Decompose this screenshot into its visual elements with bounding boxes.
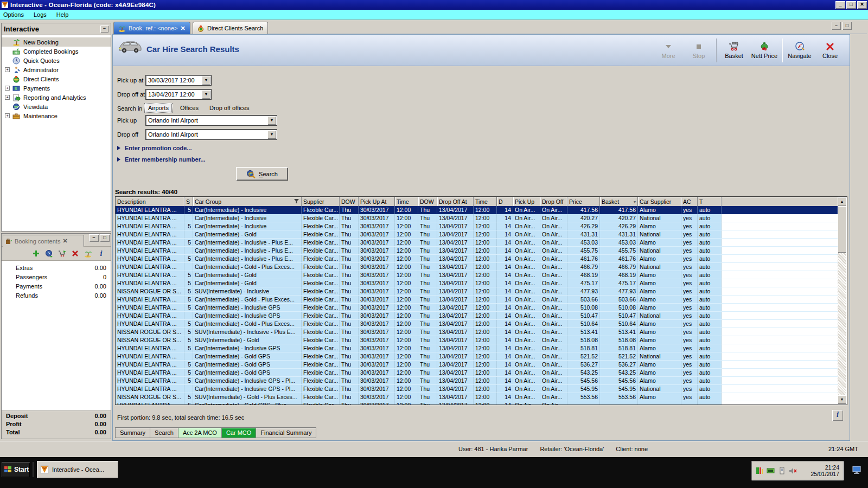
table-row[interactable]: HYUNDAI ELANTRA ...Car(Intermediate) - I…	[116, 247, 838, 255]
expand-icon[interactable]: +	[5, 113, 10, 118]
palm-icon[interactable]	[84, 249, 92, 258]
table-row[interactable]: HYUNDAI ELANTRA ...Car(Intermediate) - G…	[116, 263, 838, 271]
scrollbar-thumb[interactable]	[838, 206, 846, 253]
sidebar-item-administrator[interactable]: + Administrator	[2, 65, 111, 74]
chevron-down-icon[interactable]: ▼	[267, 130, 276, 139]
sidebar-item-maintenance[interactable]: + Maintenance	[2, 111, 111, 120]
add-icon[interactable]	[32, 249, 40, 258]
tab-acc-2a-mco[interactable]: Acc 2A MCO	[178, 427, 222, 438]
menu-logs[interactable]: Logs	[34, 11, 47, 18]
info-icon[interactable]: i	[97, 249, 105, 258]
booking-contents-tab[interactable]: Booking contents ✕	[3, 235, 84, 247]
column-header[interactable]: Pick Up	[513, 197, 540, 206]
expand-icon[interactable]: +	[5, 95, 10, 100]
table-row[interactable]: HYUNDAI ELANTRA ...Car(Intermediate) - I…	[116, 214, 838, 222]
tab-booking-ref[interactable]: Book. ref.: <none> ✕	[113, 22, 190, 34]
sidebar-item-payments[interactable]: + $ Payments	[2, 84, 111, 93]
nett-price-button[interactable]: Nett Price	[749, 37, 780, 64]
table-row[interactable]: HYUNDAI ELANTRA ...5Car(Intermediate) - …	[116, 239, 838, 247]
filter-funnel-icon[interactable]	[294, 198, 299, 205]
column-header[interactable]: Basket▾	[600, 197, 638, 206]
column-header[interactable]: Price	[567, 197, 600, 206]
table-row[interactable]: NISSAN ROGUE OR S...5SUV(Intermediate) -…	[116, 328, 838, 336]
table-row[interactable]: HYUNDAI ELANTRA ...5Car(Intermediate) - …	[116, 206, 838, 214]
pickup-location-field[interactable]: Orlando Intl Airport▼	[145, 115, 277, 126]
pickup-at-field[interactable]: 30/03/2017 12:00▼	[145, 75, 212, 86]
table-row[interactable]: HYUNDAI ELANTRA ...Car(Intermediate) - G…	[116, 352, 838, 361]
tab-direct-clients-search[interactable]: Direct Clients Search	[193, 22, 268, 34]
delete-icon[interactable]	[71, 249, 79, 258]
desktop-icon[interactable]	[852, 466, 861, 474]
menu-options[interactable]: Options	[3, 11, 24, 18]
expand-icon[interactable]: +	[5, 86, 10, 91]
dropoff-location-field[interactable]: Orlando Intl Airport▼	[145, 129, 277, 140]
column-header[interactable]: Car Group	[193, 197, 302, 206]
dropoff-at-field[interactable]: 13/04/2017 12:00▼	[145, 89, 212, 100]
info-button[interactable]: i	[832, 410, 843, 421]
table-row[interactable]: NISSAN ROGUE OR S...5SUV(Intermediate) -…	[116, 393, 838, 401]
table-row[interactable]: HYUNDAI ELANTRA ...5Car(Intermediate) - …	[116, 377, 838, 385]
column-header[interactable]: DOW	[340, 197, 359, 206]
table-row[interactable]: HYUNDAI ELANTRA ...5Car(Intermediate) - …	[116, 320, 838, 328]
search-button[interactable]: Search	[236, 167, 288, 181]
table-row[interactable]: HYUNDAI ELANTRA ...5Car(Intermediate) - …	[116, 369, 838, 377]
table-row[interactable]: HYUNDAI ELANTRA ...5Car(Intermediate) - …	[116, 222, 838, 230]
sidebar-item-direct-clients[interactable]: + Direct Clients	[2, 74, 111, 84]
close-page-button[interactable]: Close	[815, 37, 845, 64]
chevron-down-icon[interactable]: ▼	[267, 116, 276, 125]
minimize-button[interactable]: _	[835, 1, 845, 9]
column-header[interactable]: Time	[395, 197, 418, 206]
expand-icon[interactable]: +	[5, 67, 10, 72]
column-header[interactable]: Drop Off At	[437, 197, 474, 206]
sidebar-item-new-booking[interactable]: + New Booking	[2, 37, 111, 47]
start-button[interactable]: Start	[2, 462, 30, 477]
network-icon[interactable]	[767, 467, 775, 474]
sidebar-item-viewdata[interactable]: + Viewdata	[2, 102, 111, 111]
refresh-clock-icon[interactable]	[45, 249, 53, 258]
column-header[interactable]: Pick Up At	[359, 197, 395, 206]
table-row[interactable]: HYUNDAI ELANTRA ...5Car(Intermediate) - …	[116, 296, 838, 304]
taskbar-item-interactive[interactable]: Interactive - Ocea...	[37, 461, 118, 478]
table-row[interactable]: HYUNDAI ELANTRA ...Car(Intermediate) - I…	[116, 312, 838, 320]
sidebar-item-completed-bookings[interactable]: + Completed Bookings	[2, 47, 111, 56]
tab-summary[interactable]: Summary	[115, 427, 150, 438]
close-button[interactable]: ✕	[857, 1, 867, 9]
maximize-button[interactable]: □	[846, 1, 856, 9]
table-row[interactable]: HYUNDAI ELANTRA ...Car(Intermediate) - G…	[116, 230, 838, 239]
table-row[interactable]: HYUNDAI ELANTRA ...Car(Intermediate) - I…	[116, 385, 838, 393]
scroll-up-icon[interactable]: ▲	[838, 197, 846, 206]
device-icon[interactable]	[778, 467, 786, 474]
search-in-airports[interactable]: Airports	[144, 103, 173, 113]
vertical-scrollbar[interactable]: ▲ ▼	[838, 197, 846, 404]
column-header[interactable]: DOW	[418, 197, 437, 206]
sidebar-item-reporting[interactable]: + Reporting and Analytics	[2, 93, 111, 102]
close-icon[interactable]: ✕	[62, 237, 67, 245]
search-in-dropoff-offices[interactable]: Drop off offices	[206, 104, 253, 112]
table-row-partial[interactable]: HYUNDAI ELANTRA ...5Car(Intermediate) - …	[116, 401, 847, 404]
table-row[interactable]: HYUNDAI ELANTRA ...5Car(Intermediate) - …	[116, 304, 838, 312]
column-header[interactable]: T	[698, 197, 722, 206]
scroll-down-icon[interactable]: ▼	[838, 395, 846, 404]
table-row[interactable]: HYUNDAI ELANTRA ...5Car(Intermediate) - …	[116, 255, 838, 263]
column-header[interactable]: S	[184, 197, 193, 206]
column-header[interactable]: Time	[474, 197, 497, 206]
volume-muted-icon[interactable]	[789, 467, 797, 474]
column-header[interactable]: Description	[116, 197, 184, 206]
cart-forward-icon[interactable]	[58, 249, 66, 258]
pane-restore-button[interactable]: □	[843, 22, 852, 30]
table-row[interactable]: HYUNDAI ELANTRA ...5Car(Intermediate) - …	[116, 344, 838, 352]
tray-app-icon[interactable]	[756, 467, 763, 474]
chevron-down-icon[interactable]: ▼	[202, 76, 210, 85]
table-row[interactable]: NISSAN ROGUE OR S...5SUV(Intermediate) -…	[116, 287, 838, 296]
column-header[interactable]: Supplier	[302, 197, 340, 206]
basket-button[interactable]: Basket	[719, 37, 749, 64]
tray-clock[interactable]: 21:24 25/01/2017	[810, 464, 839, 477]
sidebar-item-quick-quotes[interactable]: + Quick Quotes	[2, 56, 111, 65]
promotion-code-section[interactable]: Enter promotion code...	[117, 145, 192, 151]
chevron-down-icon[interactable]: ▼	[202, 90, 210, 99]
tab-close-icon[interactable]: ✕	[181, 25, 186, 32]
membership-number-section[interactable]: Enter membership number...	[117, 156, 206, 163]
search-in-offices[interactable]: Offices	[177, 104, 202, 112]
panel-maximize-button[interactable]: □	[100, 234, 110, 242]
column-header[interactable]: AC	[681, 197, 698, 206]
